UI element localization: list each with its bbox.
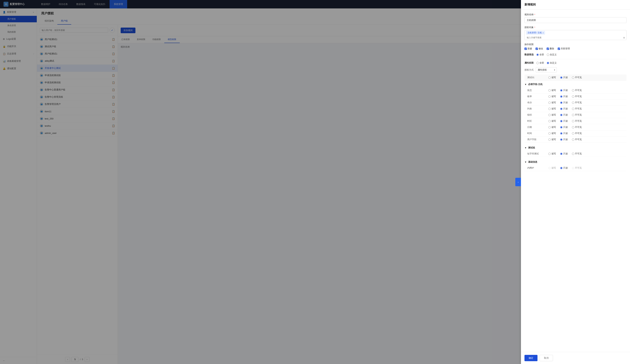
- attr-name: 列表: [527, 107, 548, 110]
- radio-df-custom[interactable]: 自定义: [547, 53, 557, 56]
- radio-rw[interactable]: 读写: [548, 95, 556, 98]
- section-header-testgroup[interactable]: ▼ 测试组: [524, 145, 626, 151]
- checkbox-modify[interactable]: 修改: [536, 47, 543, 50]
- radio-ro[interactable]: 只读: [560, 89, 568, 92]
- section-header-basicinfo[interactable]: ▼ 基础信息: [524, 159, 626, 165]
- radio-hidden[interactable]: 不可见: [572, 132, 582, 135]
- radio-hidden[interactable]: 不可见: [572, 119, 582, 123]
- radio-rw[interactable]: 读写: [548, 152, 556, 155]
- radio-rw[interactable]: 读写: [548, 138, 556, 141]
- radio-ro[interactable]: 只读: [560, 107, 568, 110]
- checkbox-create-input[interactable]: [524, 48, 527, 50]
- rule-name-field: 规则名称 *: [524, 13, 626, 23]
- attr-radios: 读写 只读 不可见: [548, 107, 582, 110]
- side-panel-toggle[interactable]: ›: [515, 178, 521, 186]
- radio-df-custom-input[interactable]: [547, 54, 549, 56]
- radio-ap-custom[interactable]: 自定义: [547, 61, 557, 64]
- attr-row-user-field: 用户字段 读写 只读 不可见: [524, 137, 626, 143]
- radio-hidden[interactable]: 不可见: [572, 95, 582, 98]
- radio-hidden[interactable]: 不可见: [572, 138, 582, 141]
- radio-rw-input[interactable]: [548, 76, 551, 79]
- attr-radios: 读写 只读 不可见: [548, 126, 582, 129]
- attr-name: 组织: [527, 113, 548, 117]
- attr-radios: 读写 只读 不可见: [548, 119, 582, 123]
- rule-name-label: 规则名称 *: [524, 13, 626, 16]
- attr-radios: 读写 只读 不可见: [548, 101, 582, 104]
- tag-close-btn[interactable]: ×: [542, 32, 544, 34]
- auth-target-input[interactable]: 主机管理 / 主机 × ∨: [524, 30, 626, 40]
- radio-ro[interactable]: 只读: [560, 76, 568, 79]
- checkbox-modify-input[interactable]: [536, 48, 538, 50]
- collapse-icon: ▼: [524, 161, 527, 163]
- attr-radios: 读写 只读 不可见: [548, 113, 582, 117]
- side-panel: › 新增规则 规则名称 * 授权对象 * 主机管理 / 主机 ×: [521, 0, 630, 364]
- radio-df-all-input[interactable]: [536, 54, 539, 56]
- test-group-section: ▼ 测试组 短字符测试 读写 只读 不可见: [524, 145, 626, 157]
- radio-ap-custom-input[interactable]: [547, 62, 549, 64]
- radio-ro[interactable]: 只读: [560, 113, 568, 117]
- radio-ro[interactable]: 只读: [560, 138, 568, 141]
- required-mark: *: [534, 26, 535, 29]
- required-mark: *: [534, 13, 535, 16]
- radio-hidden[interactable]: 不可见: [572, 113, 582, 117]
- radio-hidden[interactable]: 不可见: [572, 152, 582, 155]
- attr-name: 短字符测试: [527, 152, 548, 155]
- section-header-required[interactable]: ▼ 必填字段-主机: [524, 81, 626, 87]
- data-filter-label: 数据筛选: [524, 53, 534, 56]
- radio-rw[interactable]: 读写: [548, 126, 556, 129]
- radio-ro[interactable]: 只读: [560, 95, 568, 98]
- checkbox-delete[interactable]: 删除: [547, 47, 554, 50]
- checkbox-assoc-input[interactable]: [558, 48, 560, 50]
- radio-hidden[interactable]: 不可见: [572, 89, 582, 92]
- radio-ro[interactable]: 只读: [560, 126, 568, 129]
- radio-ro-input[interactable]: [560, 76, 562, 79]
- radio-df-all[interactable]: 全部: [536, 53, 544, 56]
- attr-name: 时间: [527, 132, 548, 135]
- radio-rw[interactable]: 读写: [548, 76, 556, 79]
- radio-rw[interactable]: 读写: [548, 166, 556, 170]
- radio-ro[interactable]: 只读: [560, 101, 568, 104]
- auth-method-row: 授权方式 属性授权 角色授权: [524, 67, 626, 72]
- radio-rw[interactable]: 读写: [548, 101, 556, 104]
- auth-method-select[interactable]: 属性授权 角色授权: [536, 67, 557, 72]
- attr-row-org: 组织 读写 只读 不可见: [524, 112, 626, 118]
- radio-ro[interactable]: 只读: [560, 152, 568, 155]
- radio-hidden[interactable]: 不可见: [572, 76, 582, 79]
- radio-hidden[interactable]: 不可见: [572, 166, 582, 170]
- radio-hidden[interactable]: 不可见: [572, 101, 582, 104]
- radio-rw[interactable]: 读写: [548, 89, 556, 92]
- radio-hidden[interactable]: 不可见: [572, 126, 582, 129]
- radio-ap-all-input[interactable]: [536, 62, 539, 64]
- side-panel-footer: 确定 取消: [521, 352, 630, 364]
- radio-rw[interactable]: 读写: [548, 132, 556, 135]
- attr-row-bool: 布尔 读写 只读 不可见: [524, 100, 626, 106]
- radio-rw[interactable]: 读写: [548, 119, 556, 123]
- select-dropdown-icon[interactable]: ∨: [623, 36, 625, 39]
- radio-hidden-input[interactable]: [572, 76, 574, 79]
- attr-name: 状态: [527, 89, 548, 92]
- radio-ro[interactable]: 只读: [560, 166, 568, 170]
- basic-info-section: ▼ 基础信息 内网IP 读写 只读 不可见: [524, 159, 626, 171]
- side-panel-header: 新增规则: [521, 0, 630, 9]
- auth-target-search-input[interactable]: [526, 36, 623, 39]
- radio-rw[interactable]: 读写: [548, 107, 556, 110]
- radio-ro[interactable]: 只读: [560, 132, 568, 135]
- confirm-btn[interactable]: 确定: [524, 355, 538, 361]
- checkbox-delete-input[interactable]: [547, 48, 549, 50]
- checkbox-create[interactable]: 新建: [524, 47, 532, 50]
- radio-hidden[interactable]: 不可见: [572, 107, 582, 110]
- attr-radios: 读写 只读 不可见: [548, 95, 582, 98]
- radio-ap-all[interactable]: 全部: [536, 61, 544, 64]
- collapse-icon: ▼: [524, 83, 527, 86]
- divider: [524, 59, 626, 59]
- cancel-btn[interactable]: 取消: [540, 355, 553, 361]
- operation-perm-label: 操作权限: [524, 43, 626, 46]
- attr-perm-label: 属性权限: [524, 61, 534, 64]
- attr-row-timezone: 时区 读写 只读 不可见: [524, 118, 626, 124]
- auth-method-select-wrapper: 属性授权 角色授权: [536, 67, 557, 72]
- checkbox-assoc[interactable]: 关联管理: [558, 47, 570, 50]
- rule-name-input[interactable]: [524, 17, 626, 23]
- attr-name: 用户字段: [527, 138, 548, 141]
- radio-ro[interactable]: 只读: [560, 119, 568, 123]
- radio-rw[interactable]: 读写: [548, 113, 556, 117]
